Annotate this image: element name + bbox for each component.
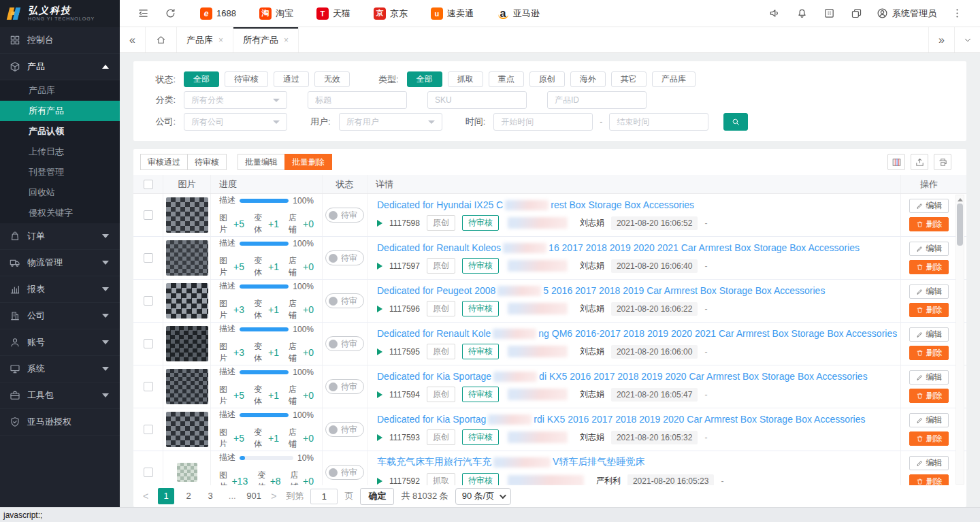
category-select[interactable]: 所有分类	[184, 91, 287, 109]
sidebar-subitem-0[interactable]: 产品库	[0, 80, 120, 101]
notifications-button[interactable]	[788, 0, 815, 27]
status-filter-option-0[interactable]: 全部	[184, 71, 219, 87]
product-thumbnail[interactable]	[166, 369, 208, 404]
product-title-link[interactable]: Dedicated for Peugeot 20085 2016 2017 20…	[377, 285, 825, 296]
sidebar-item-0[interactable]: 控制台	[0, 27, 120, 54]
delete-button[interactable]: 删除	[909, 474, 949, 485]
type-filter-option-4[interactable]: 海外	[570, 71, 606, 87]
prev-page-button[interactable]: <	[140, 491, 151, 502]
product-thumbnail[interactable]	[166, 412, 208, 447]
scrollbar-thumb[interactable]	[957, 203, 963, 246]
title-input[interactable]	[308, 91, 407, 109]
next-page-button[interactable]: >	[268, 491, 279, 502]
type-filter-option-1[interactable]: 抓取	[448, 71, 483, 87]
status-filter-option-3[interactable]: 无效	[314, 71, 350, 87]
play-icon[interactable]	[377, 220, 382, 227]
tab-1[interactable]: 所有产品×	[233, 27, 299, 52]
marketplace-taobao[interactable]: 淘淘宝	[259, 7, 293, 20]
row-checkbox[interactable]	[144, 339, 153, 348]
user-select[interactable]: 所有用户	[339, 113, 442, 131]
play-icon[interactable]	[377, 478, 382, 485]
edit-button[interactable]: 编辑	[909, 370, 949, 385]
tabs-scroll-left-button[interactable]: «	[120, 27, 146, 52]
sidebar-collapse-button[interactable]	[129, 0, 157, 27]
marketplace-amazon[interactable]: a亚马逊	[497, 7, 540, 20]
product-thumbnail[interactable]	[166, 240, 208, 276]
sidebar-item-5[interactable]: 公司	[0, 303, 120, 329]
more-menu-button[interactable]	[943, 0, 970, 27]
edit-button[interactable]: 编辑	[909, 327, 949, 342]
marketplace-tmall[interactable]: T天猫	[316, 7, 350, 20]
product-thumbnail[interactable]	[166, 326, 208, 361]
status-filter-option-2[interactable]: 通过	[274, 71, 309, 87]
start-time-input[interactable]	[493, 113, 593, 131]
batch-delete-button[interactable]: 批量删除	[284, 154, 332, 170]
sidebar-subitem-4[interactable]: 刊登管理	[0, 162, 120, 182]
pagination-page-901[interactable]: 901	[246, 488, 261, 504]
product-thumbnail[interactable]	[177, 463, 197, 482]
type-filter-option-2[interactable]: 重点	[489, 71, 524, 87]
select-all-checkbox[interactable]	[144, 180, 153, 189]
marketplace-aliexpress[interactable]: u速卖通	[431, 7, 474, 20]
tab-0[interactable]: 产品库×	[177, 27, 233, 52]
play-icon[interactable]	[377, 263, 382, 270]
approve-button[interactable]: 审核通过	[140, 154, 188, 170]
row-checkbox[interactable]	[144, 382, 153, 391]
pending-review-button[interactable]: 待审核	[187, 154, 227, 170]
marketplace-jd[interactable]: 京京东	[374, 7, 408, 20]
product-id-input[interactable]	[547, 91, 647, 109]
tabs-menu-button[interactable]	[954, 27, 980, 52]
sidebar-subitem-3[interactable]: 上传日志	[0, 142, 120, 162]
sidebar-subitem-2[interactable]: 产品认领	[0, 121, 120, 142]
sidebar-subitem-1[interactable]: 所有产品	[0, 101, 120, 121]
product-title-link[interactable]: Dedicated for Renault Koleng QM6 2016-20…	[377, 328, 897, 339]
table-scrollbar[interactable]	[956, 195, 964, 485]
play-icon[interactable]	[377, 391, 382, 398]
product-title-link[interactable]: Dedicated for Kia Sportagrdi KX5 2016 20…	[377, 414, 866, 425]
delete-button[interactable]: 删除	[909, 260, 949, 274]
apps-button[interactable]	[815, 0, 843, 27]
refresh-button[interactable]	[157, 0, 184, 27]
status-filter-option-1[interactable]: 待审核	[225, 71, 268, 87]
scroll-up-icon[interactable]	[958, 198, 963, 201]
pagination-page-3[interactable]: 3	[203, 488, 218, 504]
delete-button[interactable]: 删除	[909, 217, 949, 231]
marketplace-m1688[interactable]: e1688	[200, 7, 236, 20]
type-filter-option-5[interactable]: 其它	[611, 71, 647, 87]
edit-button[interactable]: 编辑	[909, 456, 949, 470]
sidebar-item-4[interactable]: 报表	[0, 276, 120, 303]
type-filter-option-0[interactable]: 全部	[407, 71, 442, 87]
export-button[interactable]	[911, 154, 928, 170]
tabs-scroll-right-button[interactable]: »	[928, 27, 954, 52]
delete-button[interactable]: 删除	[909, 346, 949, 360]
play-icon[interactable]	[377, 348, 382, 355]
row-checkbox[interactable]	[144, 468, 153, 477]
column-settings-button[interactable]	[887, 154, 905, 170]
row-checkbox[interactable]	[144, 425, 153, 434]
sidebar-subitem-6[interactable]: 侵权关键字	[0, 203, 120, 223]
product-title-link[interactable]: Dedicated for Kia Sportagedi KX5 2016 20…	[377, 371, 868, 382]
sidebar-item-9[interactable]: 亚马逊授权	[0, 409, 120, 436]
edit-button[interactable]: 编辑	[909, 242, 949, 256]
row-checkbox[interactable]	[144, 253, 153, 263]
sidebar-item-7[interactable]: 系统	[0, 356, 120, 382]
delete-button[interactable]: 删除	[909, 389, 949, 403]
tab-close-icon[interactable]: ×	[284, 35, 289, 45]
goto-confirm-button[interactable]: 确定	[360, 488, 394, 505]
page-size-select[interactable]: 90 条/页	[455, 488, 512, 505]
sidebar-item-6[interactable]: 账号	[0, 329, 120, 356]
announcement-button[interactable]	[761, 0, 788, 27]
theme-button[interactable]	[843, 0, 870, 27]
play-icon[interactable]	[377, 434, 382, 441]
sidebar-subitem-5[interactable]: 回收站	[0, 182, 120, 203]
row-checkbox[interactable]	[144, 296, 153, 306]
sidebar-item-8[interactable]: 工具包	[0, 382, 120, 409]
sidebar-item-3[interactable]: 物流管理	[0, 250, 120, 276]
product-thumbnail[interactable]	[166, 283, 208, 319]
search-button[interactable]	[723, 113, 748, 131]
end-time-input[interactable]	[609, 113, 708, 131]
print-button[interactable]	[934, 154, 951, 170]
sidebar-item-2[interactable]: 订单	[0, 223, 120, 250]
product-title-link[interactable]: Dedicated for Renault Koleos16 2017 2018…	[377, 242, 860, 253]
edit-button[interactable]: 编辑	[909, 413, 949, 427]
